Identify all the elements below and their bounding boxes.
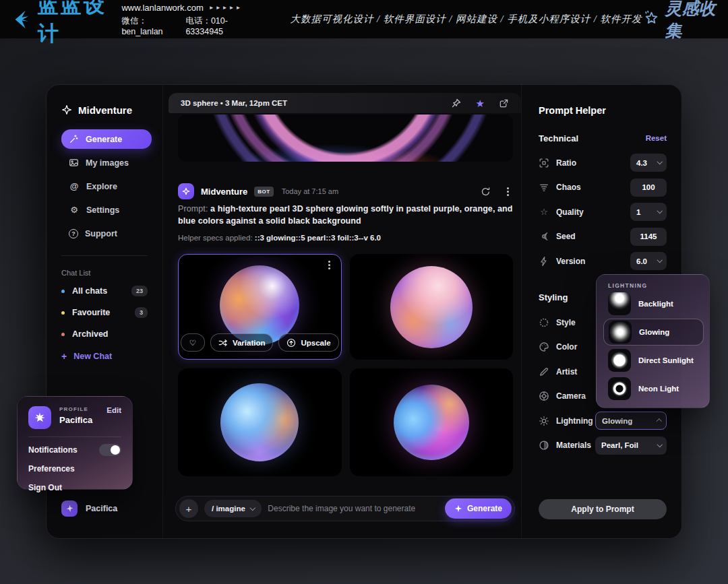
shuffle-icon — [218, 338, 228, 348]
refresh-icon[interactable] — [481, 187, 491, 197]
sidebar-item-generate[interactable]: Generate — [61, 129, 152, 149]
sphere-art — [394, 385, 469, 460]
prompt-text: Prompt: a high-texture pearl 3D sphere g… — [178, 203, 513, 227]
ratio-select[interactable]: 4.3 — [630, 154, 667, 172]
glow-arcs-art — [178, 115, 513, 162]
version-select[interactable]: 6.0 — [630, 252, 667, 270]
preferences-item[interactable]: Preferences — [28, 463, 121, 475]
sidebar-item-my-images[interactable]: My images — [61, 153, 152, 172]
variation-button[interactable]: Variation — [210, 333, 274, 352]
backlight-thumb-icon — [608, 292, 631, 315]
lightning-option-direct-sunlight[interactable]: Direct Sunlight — [603, 347, 704, 374]
ratio-row: Ratio 4.3 — [539, 154, 667, 172]
notifications-row: Notifications — [28, 444, 121, 456]
prompt-input[interactable] — [268, 504, 439, 513]
lightning-option-backlight[interactable]: Backlight — [603, 290, 704, 317]
chat-panel: 3D sphere • 3 Mar, 12pm CET ★ — [162, 85, 522, 538]
chat-filter-archived[interactable]: Archived — [61, 329, 152, 339]
chat-filter-all[interactable]: All chats 23 — [61, 286, 152, 296]
glowing-thumb-icon — [609, 321, 632, 344]
site-logo[interactable]: 蓝蓝设计 — [11, 0, 109, 48]
upscale-arrow-icon — [286, 338, 296, 348]
seed-input[interactable]: 1145 — [630, 228, 667, 246]
sidebar-item-label: Explore — [86, 182, 117, 191]
generated-image-3[interactable] — [178, 368, 342, 476]
chat-filter-label: Favourite — [72, 308, 110, 317]
command-select[interactable]: / imagine — [204, 500, 262, 517]
yellow-dot-icon — [61, 311, 65, 315]
count-badge: 23 — [131, 286, 148, 296]
sidebar-item-explore[interactable]: @ Explore — [61, 176, 152, 196]
preferences-label: Preferences — [28, 464, 75, 474]
chaos-input[interactable]: 100 — [630, 179, 667, 197]
chaos-row: Chaos 100 — [539, 179, 667, 197]
site-url[interactable]: www.lanlanwork.com — [121, 3, 203, 13]
ratio-crop-icon — [539, 158, 549, 168]
at-circle-icon: @ — [69, 182, 80, 191]
collect-label: 灵感收集 — [665, 0, 717, 42]
profile-name: Pacifica — [59, 415, 92, 425]
quality-select[interactable]: 1 — [630, 203, 667, 221]
phone-label: 电话：010-63334945 — [185, 15, 251, 36]
reset-link[interactable]: Reset — [646, 134, 667, 142]
collect-star-icon — [642, 10, 661, 28]
sidebar-item-support[interactable]: ? Support — [61, 224, 152, 243]
quality-value: 1 — [636, 208, 640, 216]
tile-actions: ♡ Variation — [179, 333, 341, 352]
site-header: 蓝蓝设计 www.lanlanwork.com ►►►►► 微信：ben_lan… — [0, 0, 728, 38]
aperture-icon — [539, 391, 549, 401]
share-icon[interactable] — [499, 98, 509, 108]
prompt-label: Prompt: — [178, 204, 208, 214]
generate-label: Generate — [467, 504, 502, 513]
notifications-toggle[interactable] — [99, 444, 121, 456]
lightning-option-neon-light[interactable]: Neon Light — [603, 375, 704, 402]
profile-popup: PROFILE Pacifica Edit Notifications Pref… — [17, 396, 133, 490]
lightning-select[interactable]: Glowing — [595, 412, 667, 430]
wechat-label: 微信：ben_lanlan — [121, 15, 176, 36]
previous-generation-image[interactable] — [178, 115, 513, 162]
favorite-star-icon[interactable]: ★ — [476, 98, 485, 108]
inspiration-collection[interactable]: 灵感收集 — [642, 0, 717, 42]
pin-icon[interactable] — [451, 98, 462, 108]
option-label: Backlight — [638, 300, 673, 308]
user-footer[interactable]: Pacifica — [61, 500, 152, 517]
half-circle-icon — [539, 440, 549, 451]
generate-button[interactable]: Generate — [445, 498, 512, 519]
attach-button[interactable]: + — [179, 499, 198, 518]
chat-filter-favourite[interactable]: Favourite 3 — [61, 308, 152, 317]
generated-image-4[interactable] — [350, 368, 514, 476]
lightning-option-glowing[interactable]: Glowing — [603, 319, 704, 346]
sparkle-icon — [454, 505, 462, 513]
profile-eyebrow: PROFILE — [59, 406, 92, 412]
app-name: Midventure — [78, 104, 132, 116]
images-icon — [69, 158, 79, 168]
toggle-knob — [111, 445, 120, 455]
user-name: Pacifica — [86, 504, 117, 513]
kebab-menu-icon[interactable] — [328, 264, 330, 266]
generated-image-2[interactable] — [350, 254, 514, 360]
profile-header: PROFILE Pacifica Edit — [28, 406, 121, 429]
sidebar-item-settings[interactable]: ⚙ Settings — [61, 200, 152, 220]
wand-icon — [69, 134, 79, 144]
sparkle-icon — [65, 505, 74, 513]
generation-grid: ♡ Variation — [178, 254, 513, 476]
like-button[interactable]: ♡ — [181, 333, 205, 352]
materials-select[interactable]: Pearl, Foil — [595, 436, 667, 455]
apply-to-prompt-button[interactable]: Apply to Prompt — [539, 499, 667, 519]
sphere-art — [390, 266, 473, 348]
upscale-button[interactable]: Upscale — [278, 333, 338, 352]
sign-out-item[interactable]: Sign Out — [28, 482, 121, 494]
technical-title: Technical — [539, 133, 578, 143]
chat-title: 3D sphere • 3 Mar, 12pm CET — [181, 99, 287, 107]
new-chat-button[interactable]: + New Chat — [61, 352, 152, 361]
edit-profile-link[interactable]: Edit — [107, 406, 121, 414]
message-timestamp: Today at 7:15 am — [282, 187, 338, 195]
sidebar-item-label: Support — [85, 229, 117, 238]
row-label: Camera — [556, 391, 586, 401]
kebab-menu-icon[interactable] — [507, 191, 509, 193]
star-outline-icon: ☆ — [539, 207, 549, 216]
generated-image-1[interactable]: ♡ Variation — [178, 254, 342, 360]
option-label: Glowing — [639, 328, 669, 336]
sphere-art — [220, 383, 299, 461]
helper-specs: Helper specs applied: ::3 glowing::5 pea… — [178, 234, 513, 244]
